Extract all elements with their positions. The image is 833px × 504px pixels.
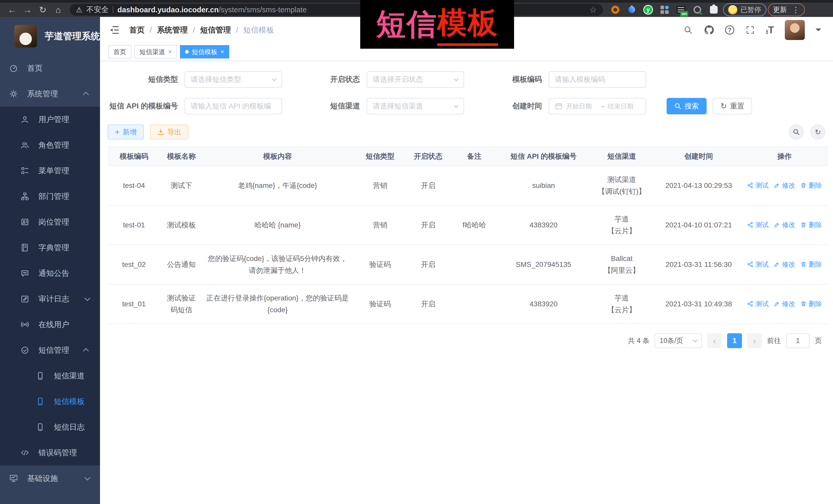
sms-type-select[interactable]: 请选择短信类型 <box>185 71 282 88</box>
security-label[interactable]: 不安全 <box>87 5 109 15</box>
sidebar-item-sms-template[interactable]: 短信模板 <box>0 389 100 414</box>
sidebar-item-sms-log[interactable]: 短信日志 <box>0 414 100 440</box>
close-icon[interactable]: × <box>168 48 172 55</box>
toggle-search-button[interactable] <box>789 125 804 140</box>
browser-menu-icon[interactable]: ⋮ <box>792 5 800 14</box>
system-submenu: 用户管理 角色管理 菜单管理 部门管理 岗位管理 字典管理 <box>0 106 100 465</box>
extension-magnifier-icon[interactable] <box>692 5 703 15</box>
test-link[interactable]: 测试 <box>747 179 769 191</box>
tag-sms-channel[interactable]: 短信渠道× <box>134 45 177 58</box>
delete-link[interactable]: 删除 <box>801 219 822 231</box>
delete-link[interactable]: 删除 <box>801 179 822 191</box>
goto-page-input[interactable]: 1 <box>786 333 810 348</box>
extension-list-icon[interactable]: on <box>676 5 686 15</box>
sidebar-item-departments[interactable]: 部门管理 <box>0 184 100 209</box>
tag-home[interactable]: 首页 <box>108 45 131 58</box>
sidebar-item-posts[interactable]: 岗位管理 <box>0 209 100 235</box>
edit-link[interactable]: 修改 <box>774 258 795 270</box>
sidebar-collapse-icon[interactable] <box>108 24 120 36</box>
help-icon[interactable]: ? <box>725 25 734 34</box>
extension-pin-icon[interactable] <box>626 5 637 15</box>
extension-grid-icon[interactable] <box>660 5 670 15</box>
status-select[interactable]: 请选择开启状态 <box>366 71 464 88</box>
sidebar-item-menus[interactable]: 菜单管理 <box>0 158 100 184</box>
chevron-up-icon <box>83 348 89 354</box>
current-page-button[interactable]: 1 <box>727 333 742 348</box>
search-button[interactable]: 搜索 <box>667 98 707 114</box>
sidebar-item-online-users[interactable]: 在线用户 <box>0 312 100 337</box>
goto-label: 前往 <box>767 336 781 345</box>
sidebar-item-users[interactable]: 用户管理 <box>0 106 100 132</box>
sidebar-item-audit-log[interactable]: 审计日志 <box>0 286 100 312</box>
test-link[interactable]: 测试 <box>747 219 769 231</box>
test-link[interactable]: 测试 <box>747 258 769 270</box>
browser-update-button[interactable]: 更新 ⋮ <box>768 3 805 16</box>
refresh-table-button[interactable]: ↻ <box>810 125 825 140</box>
font-size-icon[interactable]: tT <box>766 25 774 35</box>
github-icon[interactable] <box>704 25 714 35</box>
test-link[interactable]: 测试 <box>747 298 769 310</box>
fullscreen-icon[interactable] <box>745 25 755 35</box>
phone-icon <box>36 423 45 431</box>
shield-check-icon <box>21 346 29 355</box>
page-size-select[interactable]: 10条/页 <box>654 333 702 348</box>
breadcrumb-system[interactable]: 系统管理 <box>157 25 188 35</box>
browser-forward-icon[interactable]: → <box>21 3 34 17</box>
export-button[interactable]: 导出 <box>150 125 188 140</box>
browser-reload-icon[interactable]: ↻ <box>36 3 50 17</box>
table-row: test-01 测试模板 哈哈哈 {name} 营销 开启 f哈哈哈 43839… <box>108 205 828 245</box>
security-warning-icon: ⚠ <box>76 6 82 14</box>
profile-paused-badge[interactable]: 已暂停 <box>723 3 766 16</box>
breadcrumb-sms[interactable]: 短信管理 <box>200 25 231 35</box>
trash-icon <box>801 261 807 267</box>
delete-link[interactable]: 删除 <box>801 258 822 270</box>
app-title: 芋道管理系统 <box>45 30 100 43</box>
add-button[interactable]: + 新增 <box>108 125 144 140</box>
template-code-label: 模板编码 <box>464 74 549 85</box>
create-time-label: 创建时间 <box>464 101 549 111</box>
date-range-picker[interactable]: 开始日期 - 结束日期 <box>549 98 646 114</box>
edit-link[interactable]: 修改 <box>774 219 795 231</box>
col-remark: 备注 <box>449 147 500 166</box>
sidebar-item-notices[interactable]: 通知公告 <box>0 261 100 286</box>
phone-icon <box>36 397 45 406</box>
api-template-id-input[interactable]: 请输入短信 API 的模板编 <box>185 98 282 114</box>
channel-select[interactable]: 请选择短信渠道 <box>366 98 464 114</box>
sidebar-item-home[interactable]: 首页 <box>0 55 100 81</box>
pagination: 共 4 条 10条/页 ‹ 1 › 前往 1 页 <box>111 333 822 348</box>
edit-link[interactable]: 修改 <box>774 298 795 310</box>
edit-link[interactable]: 修改 <box>774 179 795 191</box>
extensions-puzzle-icon[interactable] <box>709 5 719 15</box>
pencil-icon <box>774 261 780 267</box>
sidebar-item-dictionary[interactable]: 字典管理 <box>0 235 100 261</box>
active-dot <box>185 50 189 54</box>
app-logo[interactable]: 芋道管理系统 <box>0 17 100 55</box>
sidebar-item-system[interactable]: 系统管理 <box>0 81 100 106</box>
breadcrumb-home[interactable]: 首页 <box>129 25 145 35</box>
template-code-input[interactable]: 请输入模板编码 <box>549 71 646 88</box>
sidebar-item-sms-channel[interactable]: 短信渠道 <box>0 363 100 389</box>
sidebar-item-error-codes[interactable]: 错误码管理 <box>0 440 100 465</box>
col-created: 创建时间 <box>656 147 741 166</box>
delete-link[interactable]: 删除 <box>801 298 822 310</box>
sidebar: 芋道管理系统 首页 系统管理 用户管理 角色管理 菜单管理 <box>0 17 100 504</box>
close-icon[interactable]: × <box>220 48 224 55</box>
reset-button[interactable]: ↻ 重置 <box>713 98 752 114</box>
tag-sms-template[interactable]: 短信模板× <box>180 45 229 58</box>
extension-y-icon[interactable]: y <box>643 5 653 15</box>
gear-icon <box>9 90 18 98</box>
sidebar-item-roles[interactable]: 角色管理 <box>0 132 100 158</box>
prev-page-button[interactable]: ‹ <box>707 333 722 348</box>
table-row: test-04 测试下 老鸡{name}，牛逼{code} 营销 开启 suib… <box>108 166 828 205</box>
address-bar[interactable]: ⚠ 不安全 dashboard.yudao.iocoder.cn/system/… <box>70 4 603 16</box>
avatar-caret-down-icon[interactable] <box>815 28 821 34</box>
extension-ring-icon[interactable] <box>610 5 620 15</box>
sidebar-item-infrastructure[interactable]: 基础设施 <box>0 465 100 491</box>
next-page-button[interactable]: › <box>747 333 762 348</box>
search-icon[interactable] <box>683 25 693 35</box>
sidebar-item-sms[interactable]: 短信管理 <box>0 337 100 363</box>
browser-back-icon[interactable]: ← <box>5 3 19 17</box>
bookmark-star-icon[interactable]: ☆ <box>590 5 597 15</box>
user-avatar[interactable] <box>785 20 805 40</box>
browser-home-icon[interactable]: ⌂ <box>51 3 65 17</box>
